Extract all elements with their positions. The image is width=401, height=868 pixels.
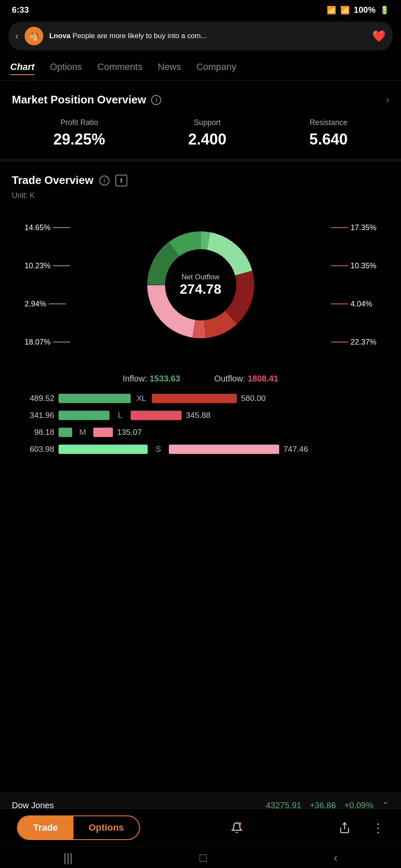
time: 6:33 (12, 5, 29, 15)
s-right-amount: 747.46 (283, 445, 308, 454)
xl-left-bar (59, 394, 131, 403)
xl-right-amount: 580.00 (241, 394, 266, 403)
app-avatar: 🐴 (25, 27, 43, 45)
market-position-section: Market Position Overview i › Profit Rati… (0, 81, 401, 162)
profit-ratio-label: Profit Ratio (53, 118, 105, 127)
tab-chart[interactable]: Chart (10, 61, 34, 75)
inflow-summary: Inflow: 1533.63 (123, 374, 180, 384)
tab-news[interactable]: News (158, 61, 181, 75)
action-bar: Trade Options ⋮ (0, 808, 401, 847)
m-right-amount: 135.07 (117, 428, 142, 437)
nav-bar: ||| □ ‹ (0, 846, 401, 868)
flow-summary: Inflow: 1533.63 Outflow: 1808.41 (12, 374, 389, 384)
left-label-2: 2.94% (25, 300, 70, 309)
l-right-bar (131, 411, 182, 420)
tab-options[interactable]: Options (50, 61, 82, 75)
s-left-amount: 603.98 (16, 445, 54, 454)
s-size-label: S (152, 445, 165, 454)
support-label: Support (188, 118, 226, 127)
donut-center: Net Outflow 274.78 (180, 273, 222, 297)
trade-header: Trade Overview i ⬆ (12, 174, 389, 187)
m-right-bar (93, 428, 113, 437)
flow-row-l: 341.96 L 345.88 (16, 411, 385, 420)
back-button[interactable]: ‹ (15, 30, 19, 42)
status-right: 📶 📶 100% 🔋 (327, 5, 389, 15)
tab-comments[interactable]: Comments (97, 61, 142, 75)
m-left-amount: 98.18 (16, 428, 54, 437)
share-action-icon[interactable] (334, 817, 355, 838)
flow-row-m: 98.18 M 135.07 (16, 428, 385, 437)
left-label-0: 14.65% (25, 223, 70, 232)
more-menu-icon[interactable]: ⋮ (372, 821, 384, 835)
profit-ratio-value: 29.25% (53, 131, 105, 148)
m-size-label: M (76, 428, 89, 437)
donut-labels-right: 17.35% 10.35% 4.04% 22.37% (331, 209, 376, 361)
battery-icon: 🔋 (380, 6, 389, 15)
section-header: Market Position Overview i › (12, 93, 389, 106)
metrics-row: Profit Ratio 29.25% Support 2.400 Resist… (12, 118, 389, 148)
donut-labels-left: 14.65% 10.23% 2.94% 18.07% (25, 209, 70, 361)
info-icon[interactable]: i (151, 95, 161, 105)
support-value: 2.400 (188, 131, 226, 148)
status-bar: 6:33 📶 📶 100% 🔋 (0, 0, 401, 18)
flow-bars: 489.52 XL 580.00 341.96 L 345.88 98.18 M… (12, 394, 389, 454)
trade-overview-section: Trade Overview i ⬆ Unit: K 14.65% 10.23%… (0, 162, 401, 572)
share-icon[interactable]: ⬆ (115, 175, 127, 186)
alert-icon[interactable] (226, 817, 247, 838)
heart-icon[interactable]: ❤️ (372, 30, 386, 43)
trade-info-icon[interactable]: i (99, 175, 109, 186)
wifi-icon: 📶 (327, 6, 336, 15)
unit-label: Unit: K (12, 191, 389, 200)
l-left-bar (59, 411, 109, 420)
l-size-label: L (114, 411, 126, 420)
notification-text: Lnova People are more likely to buy into… (49, 32, 366, 40)
trade-options-group: Trade Options (17, 815, 140, 840)
tab-bar: Chart Options Comments News Company (0, 54, 401, 81)
resistance-value: 5.640 (309, 131, 348, 148)
options-button[interactable]: Options (73, 816, 139, 839)
trade-title: Trade Overview (12, 174, 93, 187)
signal-icon: 📶 (340, 6, 350, 15)
market-position-title: Market Position Overview (12, 93, 146, 106)
donut-chart-container: 14.65% 10.23% 2.94% 18.07% (12, 209, 389, 361)
outflow-value: 1808.41 (248, 374, 278, 383)
flow-row-xl: 489.52 XL 580.00 (16, 394, 385, 403)
resistance-label: Resistance (309, 118, 348, 127)
l-left-amount: 341.96 (16, 411, 54, 420)
resistance-metric: Resistance 5.640 (309, 118, 348, 148)
donut-center-value: 274.78 (180, 281, 222, 297)
right-label-2: 4.04% (331, 300, 376, 309)
s-left-bar (59, 445, 148, 454)
section-title: Market Position Overview i (12, 93, 161, 106)
xl-left-amount: 489.52 (16, 394, 54, 403)
m-left-bar (59, 428, 72, 437)
l-right-amount: 345.88 (186, 411, 210, 420)
tab-company[interactable]: Company (196, 61, 236, 75)
left-label-1: 10.23% (25, 262, 70, 270)
nav-home-icon[interactable]: □ (199, 851, 207, 865)
trade-button[interactable]: Trade (18, 816, 73, 839)
s-right-bar (169, 445, 279, 454)
nav-back-icon[interactable]: ‹ (334, 851, 337, 865)
support-metric: Support 2.400 (188, 118, 226, 148)
notification-bar[interactable]: ‹ 🐴 Lnova People are more likely to buy … (8, 22, 393, 50)
svg-point-10 (238, 822, 241, 825)
chevron-right-icon[interactable]: › (386, 95, 389, 106)
nav-recents-icon[interactable]: ||| (63, 851, 73, 865)
profit-ratio-metric: Profit Ratio 29.25% (53, 118, 105, 148)
right-label-1: 10.35% (331, 262, 376, 270)
outflow-summary: Outflow: 1808.41 (214, 374, 278, 384)
xl-size-label: XL (135, 394, 148, 403)
left-label-3: 18.07% (25, 338, 70, 347)
right-label-0: 17.35% (331, 223, 376, 232)
xl-right-bar (152, 394, 237, 403)
right-label-3: 22.37% (331, 338, 376, 347)
flow-row-s: 603.98 S 747.46 (16, 445, 385, 454)
donut-center-label: Net Outflow (180, 273, 222, 281)
battery-pct: 100% (354, 5, 376, 15)
inflow-value: 1533.63 (149, 374, 180, 383)
